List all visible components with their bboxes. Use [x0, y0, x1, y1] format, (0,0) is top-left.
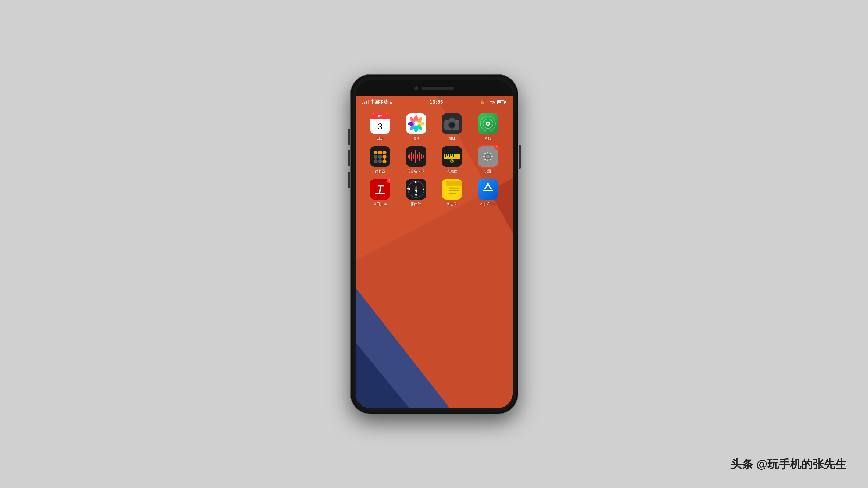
toutiao-badge: 1 — [386, 177, 392, 183]
app-calendar[interactable]: 周六 3 日历 — [364, 113, 397, 141]
svg-rect-53 — [451, 154, 452, 156]
app-notes[interactable]: 备忘录 — [435, 179, 469, 206]
phone-screen: 中国移动 ▲ 13:56 🔒 47% — [355, 80, 513, 408]
signal-bars — [362, 100, 369, 104]
app-camera[interactable]: 相机 — [435, 113, 469, 141]
battery-icon — [497, 100, 506, 104]
svg-rect-30 — [378, 150, 382, 154]
svg-point-14 — [413, 121, 419, 126]
settings-label: 设置 — [485, 169, 491, 174]
app-calculator[interactable]: 计算器 — [364, 146, 397, 174]
svg-text:T: T — [377, 183, 384, 195]
svg-rect-90 — [446, 181, 462, 186]
svg-rect-49 — [444, 154, 460, 159]
app-appstore[interactable]: App Store — [471, 179, 505, 206]
status-right: 🔒 47% — [480, 100, 506, 104]
svg-rect-57 — [459, 154, 459, 156]
svg-rect-55 — [455, 154, 455, 156]
app-photos[interactable]: 照片 — [399, 113, 433, 141]
calendar-day-name: 周六 — [370, 113, 390, 119]
app-voice-memos[interactable]: 语音备忘录 — [399, 146, 433, 174]
svg-text:E: E — [423, 188, 425, 191]
front-camera — [414, 86, 418, 90]
svg-rect-41 — [411, 152, 412, 161]
notes-label: 备忘录 — [447, 202, 457, 206]
svg-rect-91 — [478, 179, 498, 199]
svg-point-19 — [450, 123, 454, 127]
lock-icon: 🔒 — [480, 100, 485, 104]
svg-rect-34 — [383, 155, 386, 159]
app-grid: 周六 3 日历 — [355, 108, 513, 212]
phone-frame: 中国移动 ▲ 13:56 🔒 47% — [351, 75, 518, 414]
svg-rect-47 — [423, 155, 424, 158]
svg-point-27 — [487, 123, 489, 125]
voice-memos-label: 语音备忘录 — [407, 169, 425, 174]
svg-point-85 — [415, 189, 417, 190]
svg-rect-29 — [374, 150, 378, 154]
carrier-name: 中国移动 — [370, 99, 388, 105]
battery-percent: 47% — [487, 100, 495, 104]
svg-rect-35 — [374, 159, 378, 163]
status-bar: 中国移动 ▲ 13:56 🔒 47% — [355, 96, 513, 108]
findmy-label: 查找 — [485, 136, 491, 141]
svg-point-20 — [451, 124, 452, 125]
app-toutiao[interactable]: 1 T 今日头条 — [364, 179, 397, 206]
app-measure[interactable]: 测距仪 — [435, 146, 469, 174]
svg-rect-33 — [378, 155, 382, 159]
svg-rect-42 — [413, 154, 414, 159]
svg-rect-51 — [447, 154, 448, 156]
svg-rect-88 — [449, 190, 459, 191]
app-settings[interactable]: 1 — [471, 146, 505, 174]
wifi-icon: ▲ — [389, 100, 393, 104]
photos-label: 照片 — [413, 136, 420, 141]
settings-badge: 1 — [494, 145, 500, 150]
svg-text:N: N — [415, 181, 417, 184]
svg-rect-75 — [375, 193, 385, 194]
appstore-label: App Store — [480, 202, 496, 206]
svg-rect-89 — [449, 193, 456, 194]
svg-rect-87 — [449, 187, 459, 189]
svg-rect-39 — [407, 155, 409, 158]
svg-rect-31 — [383, 150, 386, 154]
svg-rect-44 — [417, 154, 418, 159]
svg-rect-36 — [378, 159, 382, 163]
svg-rect-54 — [453, 154, 454, 157]
svg-rect-52 — [449, 154, 450, 157]
svg-rect-56 — [457, 154, 457, 157]
svg-point-22 — [456, 121, 458, 123]
measure-label: 测距仪 — [447, 169, 457, 174]
svg-rect-43 — [415, 150, 416, 163]
svg-rect-40 — [409, 153, 410, 160]
svg-text:W: W — [407, 188, 410, 191]
calculator-label: 计算器 — [375, 169, 385, 174]
notch-bar — [355, 80, 513, 96]
svg-rect-50 — [445, 154, 446, 157]
status-left: 中国移动 ▲ — [362, 99, 393, 105]
toutiao-label: 今日头条 — [373, 202, 387, 206]
svg-rect-21 — [449, 118, 455, 121]
camera-label: 相机 — [448, 136, 455, 141]
compass-label: 指南针 — [411, 202, 421, 206]
watermark: 头条 @玩手机的张先生 — [731, 457, 846, 472]
app-compass[interactable]: N S E W 指南针 — [399, 179, 433, 206]
svg-rect-37 — [383, 159, 386, 163]
calendar-day-number: 3 — [370, 119, 390, 134]
svg-point-59 — [451, 160, 453, 162]
svg-rect-46 — [421, 154, 422, 159]
status-time: 13:56 — [430, 99, 443, 105]
svg-rect-32 — [374, 155, 378, 159]
calendar-label: 日历 — [377, 136, 383, 141]
svg-rect-45 — [419, 152, 420, 161]
speaker-grille — [422, 87, 454, 90]
app-findmy[interactable]: 查找 — [471, 113, 505, 141]
